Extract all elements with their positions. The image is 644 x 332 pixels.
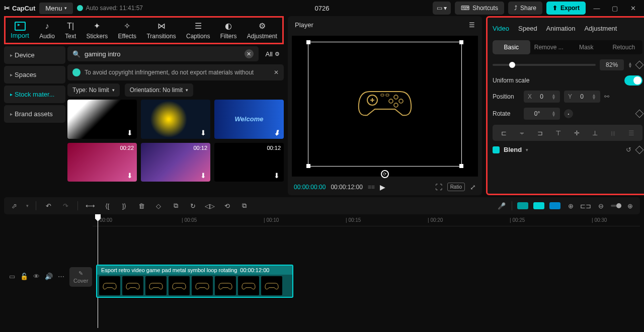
timeline-clip[interactable]: Esport retro video game pad metal symbol…: [96, 265, 293, 298]
export-button[interactable]: ⬆ Export: [546, 2, 586, 15]
sidebar-item-spaces[interactable]: Spaces: [4, 66, 65, 84]
tool-tab-captions[interactable]: ☰Captions: [186, 21, 210, 40]
tool-tab-transitions[interactable]: ⋈Transitions: [146, 21, 176, 40]
keyframe-scale[interactable]: [635, 61, 644, 69]
marker-tool[interactable]: ◇: [153, 201, 164, 211]
select-tool[interactable]: ⬀: [9, 201, 19, 211]
track-collapse-icon[interactable]: ▭: [9, 273, 15, 281]
minimize-button[interactable]: —: [590, 1, 604, 15]
uniform-scale-toggle[interactable]: [624, 75, 642, 86]
media-thumb-5[interactable]: 00:12⬇: [214, 143, 284, 182]
timeline-marks-icon[interactable]: ≡≡: [368, 184, 375, 191]
prop-tab-video[interactable]: Video: [493, 22, 509, 35]
tool-tab-text[interactable]: T|Text: [65, 21, 76, 40]
track-chip-3[interactable]: [549, 202, 560, 209]
align-right[interactable]: ⊐: [532, 128, 548, 138]
refresh-tool[interactable]: ↻: [188, 201, 198, 211]
rotate-dial[interactable]: •: [564, 109, 573, 118]
download-icon[interactable]: ⬇: [127, 129, 135, 137]
sub-tab-remove[interactable]: Remove ...: [530, 40, 568, 54]
align-bottom[interactable]: ⊥: [587, 128, 603, 138]
tool-tab-effects[interactable]: ✧Effects: [118, 21, 136, 40]
zoom-slider[interactable]: [611, 205, 620, 207]
track-more-icon[interactable]: ⋯: [58, 273, 64, 281]
magnet-tool[interactable]: ⊕: [566, 201, 576, 211]
link-tool[interactable]: ⊏⊐: [581, 201, 591, 211]
scale-slider[interactable]: [493, 64, 596, 66]
media-thumb-0[interactable]: ⬇: [67, 100, 137, 139]
media-thumb-4[interactable]: 00:12⬇: [141, 143, 210, 182]
delete-tool[interactable]: 🗑: [136, 201, 146, 211]
scale-value[interactable]: 82%: [600, 59, 624, 70]
ratio-button[interactable]: Ratio: [447, 183, 465, 191]
keyframe-blend[interactable]: [635, 145, 644, 154]
cover-button[interactable]: ✎Cover: [69, 267, 92, 287]
search-box[interactable]: 🔍 ✕: [67, 46, 259, 61]
blend-dropdown-icon[interactable]: ▾: [526, 147, 528, 152]
zoom-in-button[interactable]: ⊕: [625, 201, 635, 211]
crop-tool[interactable]: ⧉: [239, 201, 249, 211]
media-thumb-3[interactable]: 00:22⬇: [67, 143, 137, 182]
focus-icon[interactable]: ⛶: [435, 183, 442, 191]
track-chip-2[interactable]: [533, 202, 544, 209]
prop-tab-animation[interactable]: Animation: [546, 22, 576, 35]
player-canvas[interactable]: ⟳: [292, 36, 478, 177]
copy-tool[interactable]: ⧉: [171, 201, 181, 211]
scale-stepper[interactable]: ▲▼: [628, 62, 632, 68]
sidebar-item-brand-assets[interactable]: Brand assets: [4, 105, 65, 123]
tool-tab-adjustment[interactable]: ⚙Adjustment: [247, 21, 277, 40]
rotate-input[interactable]: 0°▲▼: [524, 108, 560, 120]
shortcuts-button[interactable]: ⌨ Shortcuts: [455, 2, 504, 15]
sub-tab-mask[interactable]: Mask: [568, 40, 605, 54]
trim-right-tool[interactable]: ]⟩: [119, 201, 129, 211]
resize-handle-bl[interactable]: [306, 164, 310, 168]
download-icon[interactable]: ⬇: [200, 172, 208, 180]
tool-tab-stickers[interactable]: ✦Stickers: [87, 21, 108, 40]
type-filter[interactable]: Type: No limit ▾: [67, 84, 120, 97]
align-center-v[interactable]: ✛: [569, 128, 585, 138]
blend-reset-icon[interactable]: ↺: [626, 146, 631, 153]
player-menu-button[interactable]: ☰: [469, 21, 475, 29]
position-link-icon[interactable]: ⚯: [604, 93, 609, 100]
search-clear-button[interactable]: ✕: [245, 49, 254, 58]
tool-tab-filters[interactable]: ◐Filters: [220, 21, 237, 40]
download-icon[interactable]: ⬇: [200, 129, 208, 137]
media-thumb-2[interactable]: Welcome⬇: [214, 100, 284, 139]
search-input[interactable]: [85, 50, 240, 58]
distribute-h[interactable]: ⫼: [605, 128, 621, 138]
layout-button[interactable]: ▭ ▾: [433, 2, 451, 15]
prop-tab-adjustment[interactable]: Adjustment: [584, 22, 617, 35]
mirror-tool[interactable]: ◁▷: [205, 201, 215, 211]
position-y-input[interactable]: Y0▲▼: [564, 91, 600, 103]
resize-handle-br[interactable]: [459, 164, 463, 168]
download-icon[interactable]: ⬇: [274, 172, 282, 180]
warning-close-button[interactable]: ✕: [274, 69, 279, 76]
track-visible-icon[interactable]: 👁: [33, 273, 40, 281]
sidebar-item-stock-mater-[interactable]: Stock mater...: [4, 86, 65, 103]
tool-tab-audio[interactable]: ♪Audio: [39, 21, 55, 40]
all-filter-button[interactable]: All ⚙: [262, 47, 284, 61]
loop-tool[interactable]: ⟲: [222, 201, 232, 211]
track-chip-1[interactable]: [517, 202, 528, 209]
close-button[interactable]: ✕: [626, 1, 640, 15]
download-icon[interactable]: ⬇: [274, 129, 282, 137]
play-button[interactable]: ▶: [380, 183, 385, 191]
resize-handle-tr[interactable]: [459, 40, 463, 44]
align-top[interactable]: ⊤: [550, 128, 567, 138]
align-center-h[interactable]: ⫟: [514, 128, 530, 138]
share-button[interactable]: ⤴ Share: [508, 2, 542, 15]
redo-button[interactable]: ↷: [60, 201, 70, 211]
sub-tab-retouch[interactable]: Retouch: [605, 40, 643, 54]
import-button[interactable]: Import: [6, 18, 34, 43]
download-icon[interactable]: ⬇: [127, 172, 135, 180]
blend-checkbox[interactable]: [493, 146, 500, 153]
orientation-filter[interactable]: Orientation: No limit ▾: [125, 84, 193, 97]
zoom-out-button[interactable]: ⊖: [596, 201, 606, 211]
sub-tab-basic[interactable]: Basic: [493, 40, 530, 54]
trim-left-tool[interactable]: ⟨[: [102, 201, 112, 211]
rotate-handle[interactable]: ⟳: [381, 170, 389, 178]
menu-button[interactable]: Menu▾: [39, 3, 72, 14]
keyframe-rotate[interactable]: [635, 110, 644, 118]
position-x-input[interactable]: X0▲▼: [524, 91, 560, 103]
sidebar-item-device[interactable]: Device: [4, 46, 65, 64]
